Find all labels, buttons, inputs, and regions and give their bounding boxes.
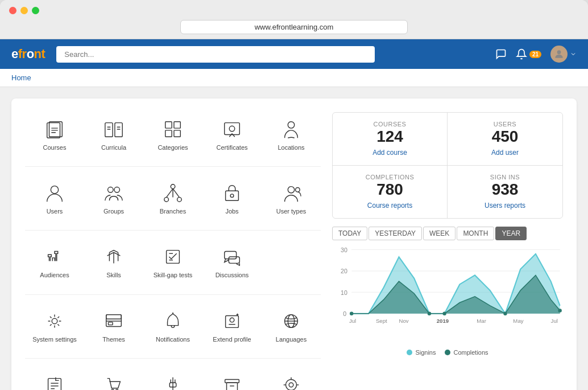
svg-text:Jul: Jul: [349, 318, 356, 324]
menu-item-groups[interactable]: Groups: [84, 176, 143, 221]
menu-item-skills[interactable]: Skills: [84, 240, 143, 285]
address-bar[interactable]: www.efrontlearning.com: [180, 20, 408, 34]
jobs-label: Jobs: [225, 208, 238, 215]
languages-label: Languages: [276, 336, 307, 343]
menu-item-jobs[interactable]: Jobs: [202, 176, 262, 221]
svg-point-82: [442, 312, 446, 315]
completions-dot: [445, 350, 450, 355]
menu-item-reports[interactable]: Reports: [25, 368, 84, 390]
svg-text:May: May: [513, 318, 523, 324]
svg-rect-6: [105, 123, 113, 137]
chat-button[interactable]: [495, 48, 507, 60]
courses-stat-value: 124: [342, 129, 438, 145]
menu-item-locations[interactable]: Locations: [262, 112, 321, 157]
menu-section-4: System settings Themes Notifications: [25, 304, 321, 359]
svg-point-70: [286, 379, 297, 390]
svg-rect-67: [225, 379, 239, 383]
svg-point-17: [229, 126, 235, 132]
tab-week[interactable]: WEEK: [423, 227, 456, 240]
logo[interactable]: efront: [11, 47, 45, 61]
tab-year[interactable]: YEAR: [495, 227, 527, 240]
locations-label: Locations: [278, 144, 304, 151]
avatar-button[interactable]: [550, 46, 577, 63]
menu-item-curricula[interactable]: Curricula: [84, 112, 143, 157]
svg-point-24: [171, 184, 175, 189]
usertypes-label: User types: [276, 208, 307, 215]
menu-item-settings[interactable]: System settings: [25, 304, 84, 349]
breadcrumb: Home: [0, 69, 588, 87]
svg-point-83: [503, 312, 507, 315]
chart-container: 30 20 10 0: [332, 245, 563, 390]
minimize-button[interactable]: [20, 7, 28, 14]
certificates-label: Certificates: [216, 144, 247, 151]
menu-item-themes[interactable]: Themes: [84, 304, 143, 349]
stat-users: USERS 450 Add user: [448, 113, 562, 166]
menu-item-branches[interactable]: Branches: [143, 176, 202, 221]
audiences-icon: [43, 245, 66, 268]
menu-item-archive[interactable]: Archive: [202, 368, 262, 390]
signins-stat-label: SIGN INS: [457, 174, 553, 180]
menu-item-usertypes[interactable]: User types: [262, 176, 321, 221]
menu-section-2: Users Groups Branches: [25, 176, 321, 231]
user-avatar-icon: [553, 48, 565, 60]
menu-item-maintenance[interactable]: Maintenance: [262, 368, 321, 390]
browser-window: www.efrontlearning.com efront 21 H: [0, 0, 588, 390]
skills-label: Skills: [106, 272, 121, 279]
menu-item-categories[interactable]: Categories: [143, 112, 202, 157]
svg-rect-13: [174, 122, 180, 128]
menu-item-discussions[interactable]: Discussions: [202, 240, 262, 285]
completions-stat-label: COMPLETIONS: [342, 174, 438, 180]
menu-item-courses[interactable]: Courses: [25, 112, 84, 157]
signins-dot: [407, 350, 412, 355]
usertypes-icon: [280, 182, 303, 204]
menu-item-empty: [262, 240, 321, 285]
reports-icon: [43, 373, 66, 390]
stat-courses: COURSES 124 Add course: [333, 113, 448, 166]
menu-item-languages[interactable]: Languages: [262, 304, 321, 349]
maintenance-icon: [280, 373, 303, 390]
svg-line-18: [229, 134, 232, 137]
add-course-link[interactable]: Add course: [372, 149, 407, 157]
categories-icon: [162, 118, 184, 141]
notification-badge: 21: [529, 51, 541, 58]
right-panel: COURSES 124 Add course USERS 450 Add use…: [332, 112, 563, 390]
menu-item-notifications[interactable]: Notifications: [143, 304, 202, 349]
traffic-lights: [9, 7, 579, 14]
svg-point-0: [557, 50, 561, 54]
menu-item-skillgap[interactable]: Skill-gap tests: [143, 240, 202, 285]
logo-front: front: [18, 47, 45, 61]
add-user-link[interactable]: Add user: [491, 149, 519, 157]
svg-rect-12: [165, 122, 172, 128]
menu-item-users[interactable]: Users: [25, 176, 84, 221]
avatar: [550, 46, 568, 63]
course-reports-link[interactable]: Course reports: [367, 202, 412, 210]
completions-stat-value: 780: [342, 182, 438, 198]
signins-legend-label: Signins: [415, 349, 436, 356]
menu-item-plugins[interactable]: Plugins: [143, 368, 202, 390]
legend-signins: Signins: [407, 349, 436, 356]
svg-point-31: [230, 194, 234, 198]
archive-icon: [221, 373, 243, 390]
notifications-button[interactable]: 21: [516, 48, 541, 60]
svg-text:Sept: Sept: [376, 318, 387, 324]
maximize-button[interactable]: [32, 7, 39, 14]
tab-today[interactable]: TODAY: [332, 227, 367, 240]
svg-rect-30: [226, 191, 239, 200]
tab-yesterday[interactable]: YESTERDAY: [368, 227, 422, 240]
close-button[interactable]: [9, 7, 16, 14]
discussions-icon: [221, 245, 243, 268]
svg-point-80: [350, 312, 353, 315]
menu-item-extendprofile[interactable]: Extend profile: [202, 304, 262, 349]
chart-tabs: TODAY YESTERDAY WEEK MONTH YEAR: [332, 227, 563, 240]
menu-item-ecommerce[interactable]: e-Commerce: [84, 368, 143, 390]
users-reports-link[interactable]: Users reports: [485, 202, 525, 210]
legend-completions: Completions: [445, 349, 488, 356]
menu-item-certificates[interactable]: Certificates: [202, 112, 262, 157]
tab-month[interactable]: MONTH: [457, 227, 494, 240]
svg-point-49: [230, 318, 234, 322]
search-input[interactable]: [56, 46, 375, 63]
signins-stat-value: 938: [457, 182, 553, 198]
menu-item-audiences[interactable]: Audiences: [25, 240, 84, 285]
breadcrumb-home[interactable]: Home: [11, 73, 31, 82]
svg-rect-16: [225, 123, 240, 135]
